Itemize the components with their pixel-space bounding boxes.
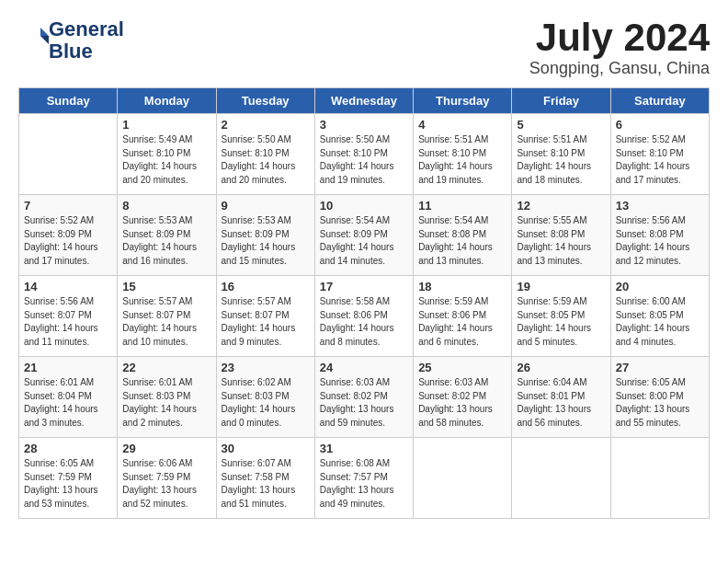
day-info: Sunrise: 6:01 AM Sunset: 8:04 PM Dayligh… — [24, 376, 112, 430]
day-number: 29 — [122, 442, 210, 455]
day-info: Sunrise: 6:01 AM Sunset: 8:03 PM Dayligh… — [122, 376, 210, 430]
day-number: 14 — [24, 280, 112, 293]
calendar-week-4: 21Sunrise: 6:01 AM Sunset: 8:04 PM Dayli… — [19, 357, 710, 438]
day-number: 6 — [616, 118, 704, 132]
calendar-cell: 5Sunrise: 5:51 AM Sunset: 8:10 PM Daylig… — [512, 114, 610, 195]
day-number: 10 — [320, 199, 408, 213]
calendar-week-1: 1Sunrise: 5:49 AM Sunset: 8:10 PM Daylig… — [19, 114, 710, 195]
calendar-cell: 23Sunrise: 6:02 AM Sunset: 8:03 PM Dayli… — [216, 357, 314, 438]
calendar-table: SundayMondayTuesdayWednesdayThursdayFrid… — [18, 87, 710, 519]
day-info: Sunrise: 5:49 AM Sunset: 8:10 PM Dayligh… — [122, 133, 210, 187]
svg-marker-0 — [40, 28, 49, 36]
calendar-cell: 21Sunrise: 6:01 AM Sunset: 8:04 PM Dayli… — [19, 357, 118, 438]
day-number: 21 — [24, 361, 112, 374]
calendar-cell: 3Sunrise: 5:50 AM Sunset: 8:10 PM Daylig… — [314, 114, 413, 195]
day-number: 5 — [517, 118, 605, 132]
weekday-header-thursday: Thursday — [414, 88, 512, 114]
calendar-cell — [610, 438, 709, 519]
day-number: 22 — [122, 361, 210, 374]
page-header: General Blue July 2024 Songping, Gansu, … — [18, 18, 710, 78]
day-info: Sunrise: 5:54 AM Sunset: 8:08 PM Dayligh… — [418, 214, 506, 268]
day-info: Sunrise: 5:58 AM Sunset: 8:06 PM Dayligh… — [320, 295, 408, 349]
day-info: Sunrise: 5:51 AM Sunset: 8:10 PM Dayligh… — [517, 133, 605, 187]
day-info: Sunrise: 5:51 AM Sunset: 8:10 PM Dayligh… — [418, 133, 506, 187]
day-number: 3 — [320, 118, 408, 132]
calendar-cell: 15Sunrise: 5:57 AM Sunset: 8:07 PM Dayli… — [118, 276, 216, 357]
day-info: Sunrise: 5:56 AM Sunset: 8:08 PM Dayligh… — [616, 214, 704, 268]
title-block: July 2024 Songping, Gansu, China — [529, 18, 710, 78]
day-info: Sunrise: 5:54 AM Sunset: 8:09 PM Dayligh… — [320, 214, 408, 268]
calendar-week-2: 7Sunrise: 5:52 AM Sunset: 8:09 PM Daylig… — [19, 195, 710, 276]
day-number: 20 — [616, 280, 704, 293]
day-info: Sunrise: 6:05 AM Sunset: 7:59 PM Dayligh… — [24, 457, 112, 511]
logo-icon — [21, 25, 49, 52]
calendar-cell: 30Sunrise: 6:07 AM Sunset: 7:58 PM Dayli… — [216, 438, 314, 519]
weekday-header-sunday: Sunday — [19, 88, 118, 114]
weekday-header-tuesday: Tuesday — [216, 88, 314, 114]
calendar-cell: 1Sunrise: 5:49 AM Sunset: 8:10 PM Daylig… — [118, 114, 216, 195]
calendar-cell — [512, 438, 610, 519]
day-number: 26 — [517, 361, 605, 374]
calendar-cell: 8Sunrise: 5:53 AM Sunset: 8:09 PM Daylig… — [118, 195, 216, 276]
day-number: 17 — [320, 280, 408, 293]
day-info: Sunrise: 6:02 AM Sunset: 8:03 PM Dayligh… — [222, 376, 310, 430]
day-info: Sunrise: 6:05 AM Sunset: 8:00 PM Dayligh… — [616, 376, 704, 430]
day-number: 25 — [418, 361, 506, 374]
calendar-cell: 4Sunrise: 5:51 AM Sunset: 8:10 PM Daylig… — [414, 114, 512, 195]
day-info: Sunrise: 6:06 AM Sunset: 7:59 PM Dayligh… — [122, 457, 210, 511]
day-info: Sunrise: 5:50 AM Sunset: 8:10 PM Dayligh… — [320, 133, 408, 187]
day-number: 1 — [122, 118, 210, 132]
weekday-header-row: SundayMondayTuesdayWednesdayThursdayFrid… — [19, 88, 710, 114]
day-info: Sunrise: 6:03 AM Sunset: 8:02 PM Dayligh… — [418, 376, 506, 430]
calendar-cell: 16Sunrise: 5:57 AM Sunset: 8:07 PM Dayli… — [216, 276, 314, 357]
day-number: 8 — [122, 199, 210, 213]
day-number: 31 — [320, 442, 408, 455]
day-info: Sunrise: 6:00 AM Sunset: 8:05 PM Dayligh… — [616, 295, 704, 349]
day-number: 24 — [320, 361, 408, 374]
weekday-header-saturday: Saturday — [610, 88, 709, 114]
day-info: Sunrise: 5:57 AM Sunset: 8:07 PM Dayligh… — [122, 295, 210, 349]
day-info: Sunrise: 5:55 AM Sunset: 8:08 PM Dayligh… — [517, 214, 605, 268]
logo: General Blue — [18, 18, 124, 63]
day-number: 13 — [616, 199, 704, 213]
calendar-cell: 12Sunrise: 5:55 AM Sunset: 8:08 PM Dayli… — [512, 195, 610, 276]
day-number: 11 — [418, 199, 506, 213]
calendar-cell: 27Sunrise: 6:05 AM Sunset: 8:00 PM Dayli… — [610, 357, 709, 438]
weekday-header-monday: Monday — [118, 88, 216, 114]
calendar-cell: 9Sunrise: 5:53 AM Sunset: 8:09 PM Daylig… — [216, 195, 314, 276]
calendar-cell: 13Sunrise: 5:56 AM Sunset: 8:08 PM Dayli… — [610, 195, 709, 276]
day-info: Sunrise: 5:57 AM Sunset: 8:07 PM Dayligh… — [222, 295, 310, 349]
calendar-cell: 17Sunrise: 5:58 AM Sunset: 8:06 PM Dayli… — [314, 276, 413, 357]
month-title: July 2024 — [529, 18, 710, 57]
day-info: Sunrise: 5:52 AM Sunset: 8:10 PM Dayligh… — [616, 133, 704, 187]
day-info: Sunrise: 5:52 AM Sunset: 8:09 PM Dayligh… — [24, 214, 112, 268]
calendar-cell: 22Sunrise: 6:01 AM Sunset: 8:03 PM Dayli… — [118, 357, 216, 438]
day-info: Sunrise: 5:53 AM Sunset: 8:09 PM Dayligh… — [222, 214, 310, 268]
calendar-cell: 7Sunrise: 5:52 AM Sunset: 8:09 PM Daylig… — [19, 195, 118, 276]
calendar-cell — [414, 438, 512, 519]
day-info: Sunrise: 5:59 AM Sunset: 8:06 PM Dayligh… — [418, 295, 506, 349]
svg-marker-1 — [40, 36, 49, 44]
calendar-week-3: 14Sunrise: 5:56 AM Sunset: 8:07 PM Dayli… — [19, 276, 710, 357]
day-number: 16 — [222, 280, 310, 293]
day-number: 18 — [418, 280, 506, 293]
day-number: 15 — [122, 280, 210, 293]
calendar-cell: 14Sunrise: 5:56 AM Sunset: 8:07 PM Dayli… — [19, 276, 118, 357]
calendar-week-5: 28Sunrise: 6:05 AM Sunset: 7:59 PM Dayli… — [19, 438, 710, 519]
calendar-cell: 19Sunrise: 5:59 AM Sunset: 8:05 PM Dayli… — [512, 276, 610, 357]
day-number: 2 — [222, 118, 310, 132]
calendar-cell: 10Sunrise: 5:54 AM Sunset: 8:09 PM Dayli… — [314, 195, 413, 276]
day-info: Sunrise: 6:08 AM Sunset: 7:57 PM Dayligh… — [320, 457, 408, 511]
day-number: 12 — [517, 199, 605, 213]
calendar-cell — [19, 114, 118, 195]
day-number: 9 — [222, 199, 310, 213]
calendar-cell: 11Sunrise: 5:54 AM Sunset: 8:08 PM Dayli… — [414, 195, 512, 276]
day-number: 30 — [222, 442, 310, 455]
day-number: 7 — [24, 199, 112, 213]
calendar-cell: 24Sunrise: 6:03 AM Sunset: 8:02 PM Dayli… — [314, 357, 413, 438]
day-info: Sunrise: 5:59 AM Sunset: 8:05 PM Dayligh… — [517, 295, 605, 349]
calendar-cell: 25Sunrise: 6:03 AM Sunset: 8:02 PM Dayli… — [414, 357, 512, 438]
calendar-cell: 20Sunrise: 6:00 AM Sunset: 8:05 PM Dayli… — [610, 276, 709, 357]
calendar-cell: 6Sunrise: 5:52 AM Sunset: 8:10 PM Daylig… — [610, 114, 709, 195]
calendar-cell: 28Sunrise: 6:05 AM Sunset: 7:59 PM Dayli… — [19, 438, 118, 519]
